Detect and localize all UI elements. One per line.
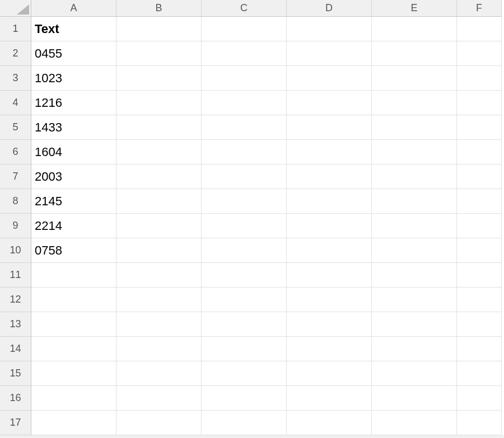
cell-B6[interactable] bbox=[116, 140, 202, 164]
column-header-E[interactable]: E bbox=[372, 0, 457, 17]
cell-E13[interactable] bbox=[372, 312, 457, 337]
cell-C9[interactable] bbox=[202, 214, 287, 238]
cell-C13[interactable] bbox=[202, 312, 287, 337]
row-header-16[interactable]: 16 bbox=[0, 386, 31, 411]
cell-A16[interactable] bbox=[31, 386, 116, 411]
cell-E6[interactable] bbox=[372, 140, 457, 164]
cell-F1[interactable] bbox=[457, 17, 502, 41]
cell-E16[interactable] bbox=[372, 386, 457, 411]
cell-E14[interactable] bbox=[372, 337, 457, 361]
cell-B17[interactable] bbox=[116, 411, 202, 435]
cell-D10[interactable] bbox=[287, 238, 372, 263]
cell-C6[interactable] bbox=[202, 140, 287, 164]
row-header-15[interactable]: 15 bbox=[0, 361, 31, 386]
cell-F17[interactable] bbox=[457, 411, 502, 435]
cell-A9[interactable]: 2214 bbox=[31, 214, 116, 238]
cell-A1[interactable]: Text bbox=[31, 17, 116, 41]
cell-B12[interactable] bbox=[116, 288, 202, 312]
cell-D9[interactable] bbox=[287, 214, 372, 238]
cell-A3[interactable]: 1023 bbox=[31, 66, 116, 91]
cell-C14[interactable] bbox=[202, 337, 287, 361]
cell-A12[interactable] bbox=[31, 288, 116, 312]
cell-F9[interactable] bbox=[457, 214, 502, 238]
cell-C16[interactable] bbox=[202, 386, 287, 411]
row-header-8[interactable]: 8 bbox=[0, 189, 31, 214]
cell-D14[interactable] bbox=[287, 337, 372, 361]
cell-F6[interactable] bbox=[457, 140, 502, 164]
row-header-1[interactable]: 1 bbox=[0, 17, 31, 41]
cell-D17[interactable] bbox=[287, 411, 372, 435]
column-header-F[interactable]: F bbox=[457, 0, 502, 17]
cell-D5[interactable] bbox=[287, 115, 372, 140]
cell-B2[interactable] bbox=[116, 41, 202, 66]
cell-E8[interactable] bbox=[372, 189, 457, 214]
cell-C4[interactable] bbox=[202, 91, 287, 115]
cell-F11[interactable] bbox=[457, 263, 502, 288]
cell-D4[interactable] bbox=[287, 91, 372, 115]
cell-F15[interactable] bbox=[457, 361, 502, 386]
cell-B16[interactable] bbox=[116, 386, 202, 411]
row-header-10[interactable]: 10 bbox=[0, 238, 31, 263]
cell-D7[interactable] bbox=[287, 164, 372, 189]
row-header-2[interactable]: 2 bbox=[0, 41, 31, 66]
cell-A8[interactable]: 2145 bbox=[31, 189, 116, 214]
row-header-9[interactable]: 9 bbox=[0, 214, 31, 238]
cell-B5[interactable] bbox=[116, 115, 202, 140]
cell-E15[interactable] bbox=[372, 361, 457, 386]
row-header-5[interactable]: 5 bbox=[0, 115, 31, 140]
cell-E1[interactable] bbox=[372, 17, 457, 41]
row-header-6[interactable]: 6 bbox=[0, 140, 31, 164]
cell-D11[interactable] bbox=[287, 263, 372, 288]
cell-A5[interactable]: 1433 bbox=[31, 115, 116, 140]
cell-E5[interactable] bbox=[372, 115, 457, 140]
cell-E2[interactable] bbox=[372, 41, 457, 66]
cell-D3[interactable] bbox=[287, 66, 372, 91]
cell-F14[interactable] bbox=[457, 337, 502, 361]
cell-D1[interactable] bbox=[287, 17, 372, 41]
cell-D6[interactable] bbox=[287, 140, 372, 164]
cell-D12[interactable] bbox=[287, 288, 372, 312]
cell-E9[interactable] bbox=[372, 214, 457, 238]
cell-F5[interactable] bbox=[457, 115, 502, 140]
row-header-12[interactable]: 12 bbox=[0, 288, 31, 312]
row-header-3[interactable]: 3 bbox=[0, 66, 31, 91]
cell-F3[interactable] bbox=[457, 66, 502, 91]
cell-A6[interactable]: 1604 bbox=[31, 140, 116, 164]
cell-D16[interactable] bbox=[287, 386, 372, 411]
cell-C10[interactable] bbox=[202, 238, 287, 263]
cell-B8[interactable] bbox=[116, 189, 202, 214]
select-all-corner[interactable] bbox=[0, 0, 31, 17]
cell-C17[interactable] bbox=[202, 411, 287, 435]
cell-F10[interactable] bbox=[457, 238, 502, 263]
cell-B11[interactable] bbox=[116, 263, 202, 288]
cell-E4[interactable] bbox=[372, 91, 457, 115]
cell-F4[interactable] bbox=[457, 91, 502, 115]
cell-A15[interactable] bbox=[31, 361, 116, 386]
column-header-B[interactable]: B bbox=[116, 0, 202, 17]
column-header-D[interactable]: D bbox=[287, 0, 372, 17]
cell-A13[interactable] bbox=[31, 312, 116, 337]
cell-A11[interactable] bbox=[31, 263, 116, 288]
column-header-C[interactable]: C bbox=[202, 0, 287, 17]
row-header-11[interactable]: 11 bbox=[0, 263, 31, 288]
row-header-17[interactable]: 17 bbox=[0, 411, 31, 435]
cell-E10[interactable] bbox=[372, 238, 457, 263]
cell-A10[interactable]: 0758 bbox=[31, 238, 116, 263]
cell-C11[interactable] bbox=[202, 263, 287, 288]
cell-D8[interactable] bbox=[287, 189, 372, 214]
cell-B13[interactable] bbox=[116, 312, 202, 337]
cell-F2[interactable] bbox=[457, 41, 502, 66]
cell-A14[interactable] bbox=[31, 337, 116, 361]
cell-C5[interactable] bbox=[202, 115, 287, 140]
row-header-7[interactable]: 7 bbox=[0, 164, 31, 189]
cell-C2[interactable] bbox=[202, 41, 287, 66]
cell-B7[interactable] bbox=[116, 164, 202, 189]
cell-D13[interactable] bbox=[287, 312, 372, 337]
cell-F8[interactable] bbox=[457, 189, 502, 214]
row-header-4[interactable]: 4 bbox=[0, 91, 31, 115]
cell-D15[interactable] bbox=[287, 361, 372, 386]
cell-B4[interactable] bbox=[116, 91, 202, 115]
cell-C15[interactable] bbox=[202, 361, 287, 386]
cell-F7[interactable] bbox=[457, 164, 502, 189]
cell-E17[interactable] bbox=[372, 411, 457, 435]
